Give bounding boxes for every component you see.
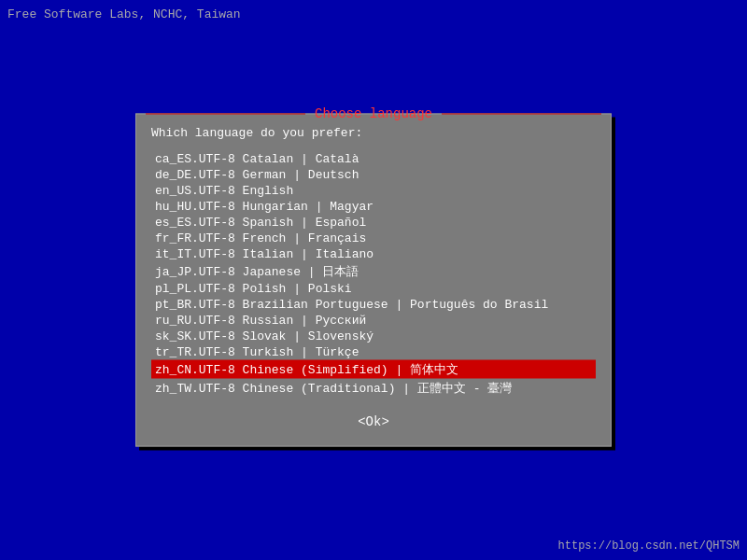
title-line-right: [442, 113, 601, 114]
list-item[interactable]: hu_HU.UTF-8 Hungarian | Magyar: [151, 199, 596, 215]
dialog-title-bar: Choose language: [136, 105, 611, 122]
list-item[interactable]: ja_JP.UTF-8 Japanese | 日本語: [151, 262, 596, 281]
bottom-link: https://blog.csdn.net/QHTSM: [558, 539, 740, 553]
list-item[interactable]: fr_FR.UTF-8 French | Français: [151, 231, 596, 246]
language-dialog: Choose language Which language do you pr…: [135, 114, 612, 447]
list-item[interactable]: zh_TW.UTF-8 Chinese (Traditional) | 正體中文…: [151, 379, 596, 398]
dialog-body: Which language do you prefer: ca_ES.UTF-…: [136, 122, 611, 446]
language-list: ca_ES.UTF-8 Catalan | Catalàde_DE.UTF-8 …: [151, 151, 596, 398]
dialog-prompt: Which language do you prefer:: [151, 126, 596, 140]
list-item[interactable]: de_DE.UTF-8 German | Deutsch: [151, 167, 596, 183]
list-item[interactable]: en_US.UTF-8 English: [151, 183, 596, 199]
list-item[interactable]: ru_RU.UTF-8 Russian | Русский: [151, 313, 596, 329]
ok-button[interactable]: <Ok>: [350, 413, 397, 431]
list-item[interactable]: tr_TR.UTF-8 Turkish | Türkçe: [151, 344, 596, 360]
list-item[interactable]: zh_CN.UTF-8 Chinese (Simplified) | 简体中文: [151, 360, 596, 379]
list-item[interactable]: it_IT.UTF-8 Italian | Italiano: [151, 246, 596, 262]
list-item[interactable]: ca_ES.UTF-8 Catalan | Català: [151, 151, 596, 167]
top-label: Free Software Labs, NCHC, Taiwan: [7, 7, 241, 21]
dialog-footer: <Ok>: [151, 413, 596, 431]
dialog-title: Choose language: [311, 106, 436, 121]
list-item[interactable]: pt_BR.UTF-8 Brazilian Portuguese | Portu…: [151, 297, 596, 313]
list-item[interactable]: sk_SK.UTF-8 Slovak | Slovenský: [151, 329, 596, 344]
list-item[interactable]: pl_PL.UTF-8 Polish | Polski: [151, 281, 596, 297]
list-item[interactable]: es_ES.UTF-8 Spanish | Español: [151, 215, 596, 231]
title-line-left: [146, 113, 305, 114]
